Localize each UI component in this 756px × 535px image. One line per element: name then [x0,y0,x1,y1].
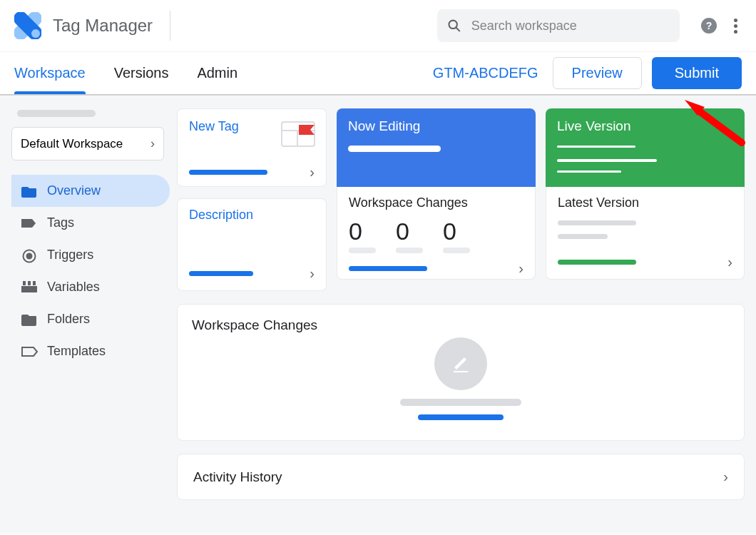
panel-workspace-changes: Workspace Changes [177,304,745,441]
placeholder-bar [189,170,267,175]
sidebar-item-variables[interactable]: Variables [11,271,170,303]
svg-rect-8 [23,281,26,285]
placeholder-line [557,159,657,161]
chevron-right-icon: › [727,254,732,270]
chevron-right-icon: › [310,164,315,180]
new-tag-illustration-icon [277,118,316,151]
card-latest-version[interactable]: Latest Version › [546,187,745,280]
card-subtitle: Workspace Changes [349,195,523,210]
svg-point-6 [26,253,33,259]
workspace-selector[interactable]: Default Workspace › [11,127,164,160]
chevron-right-icon: › [519,260,523,277]
sidebar-item-tags[interactable]: Tags [11,207,170,239]
divider [170,11,170,41]
placeholder-bar [349,248,376,253]
placeholder-line [557,170,621,173]
edit-placeholder-icon [434,337,487,390]
sidebar-item-triggers[interactable]: Triggers [11,239,170,271]
placeholder-bar [558,260,636,265]
card-live-version[interactable]: Live Version [546,108,745,187]
svg-rect-7 [21,286,37,292]
sidebar-item-label: Templates [47,344,106,359]
card-new-tag[interactable]: New Tag › [177,108,327,187]
placeholder-line [17,110,96,117]
templates-icon [21,345,37,358]
sidebar-item-label: Folders [47,312,90,327]
svg-rect-10 [33,281,36,285]
tab-workspace[interactable]: Workspace [14,54,86,93]
card-title: Now Editing [348,118,524,134]
count-value: 0 [396,219,409,243]
card-title: Description [189,208,315,223]
sidebar: Default Workspace › Overview Tags Trig [11,108,164,516]
card-now-editing[interactable]: Now Editing [337,108,536,187]
panel-title: Workspace Changes [192,317,730,333]
sidebar-item-label: Triggers [47,248,93,263]
sidebar-item-label: Variables [47,280,100,295]
placeholder-bar [443,248,470,253]
sidebar-item-templates[interactable]: Templates [11,335,170,367]
svg-point-2 [31,29,40,38]
svg-rect-9 [28,281,31,285]
placeholder-bar [418,414,504,420]
placeholder-line [558,220,636,225]
trigger-icon [21,249,37,262]
preview-button[interactable]: Preview [553,57,642,89]
placeholder-bar [349,266,427,271]
workspace-selector-label: Default Workspace [21,137,123,151]
search-input[interactable] [471,19,670,34]
search-box[interactable] [437,9,680,42]
help-icon[interactable]: ? [701,18,717,34]
container-id[interactable]: GTM-ABCDEFG [433,65,538,81]
placeholder-line [348,146,441,152]
svg-line-4 [456,27,459,31]
folders-icon [21,313,37,326]
variables-icon [21,281,37,294]
app-title: Tag Manager [53,16,153,36]
chevron-right-icon: › [310,265,315,282]
card-workspace-changes[interactable]: Workspace Changes 0 0 0 › [337,187,536,280]
sidebar-item-label: Tags [47,215,74,230]
card-subtitle: Latest Version [558,195,732,210]
count-value: 0 [349,219,362,243]
submit-button[interactable]: Submit [652,57,742,89]
count-value: 0 [443,219,456,243]
placeholder-bar [396,248,423,253]
tag-manager-logo-icon [14,12,41,39]
chevron-right-icon: › [723,469,728,485]
chevron-right-icon: › [150,136,155,151]
search-icon [447,18,461,34]
panel-title: Activity History [193,469,282,485]
tab-versions[interactable]: Versions [114,54,169,93]
folder-icon [21,185,37,198]
card-description[interactable]: Description › [177,198,327,291]
tab-admin[interactable]: Admin [197,54,237,93]
placeholder-line [400,399,521,406]
placeholder-line [558,234,608,239]
panel-activity-history[interactable]: Activity History › [177,454,745,500]
sidebar-item-overview[interactable]: Overview [11,175,170,207]
placeholder-line [557,146,635,148]
more-menu-icon[interactable] [734,19,737,34]
sidebar-item-label: Overview [47,183,101,198]
tag-icon [21,217,37,230]
card-title: Live Version [557,118,733,134]
sidebar-item-folders[interactable]: Folders [11,303,170,335]
placeholder-bar [189,271,253,276]
